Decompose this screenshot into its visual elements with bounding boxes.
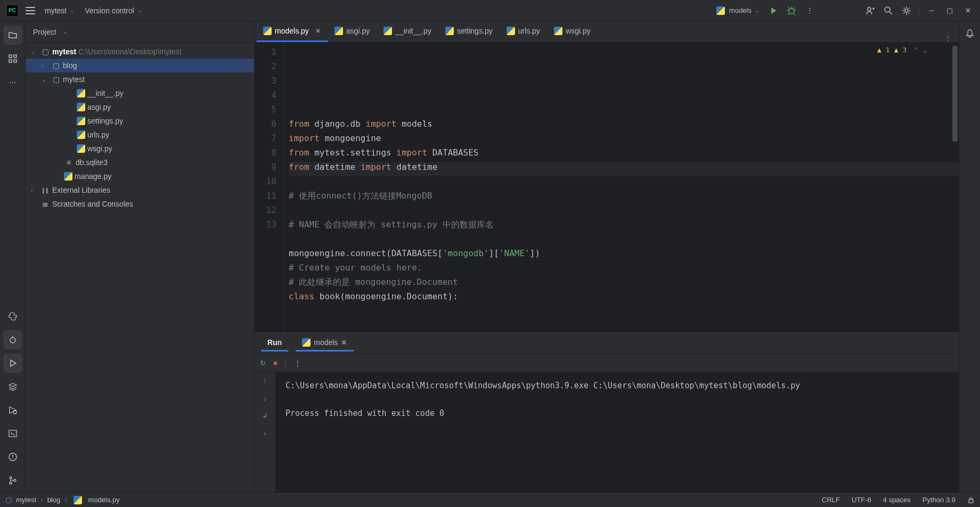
editor-tab[interactable]: asgi.py	[328, 21, 377, 42]
run-config-label: models	[729, 6, 752, 14]
python-console-button[interactable]	[3, 307, 22, 326]
editor-tab[interactable]: wsgi.py	[548, 21, 598, 42]
line-number: 12	[255, 203, 276, 217]
breadcrumb-folder[interactable]: blog	[47, 496, 61, 504]
code-line[interactable]: from mytest.settings import DATABASES	[289, 145, 959, 160]
tree-file-settings[interactable]: settings.py	[26, 114, 254, 128]
tree-folder-mytest[interactable]: ▢ mytest	[26, 72, 254, 86]
structure-tool-button[interactable]	[3, 49, 22, 68]
svg-point-2	[885, 7, 890, 12]
problems-tool-button[interactable]	[3, 447, 22, 467]
console-output[interactable]: C:\Users\mona\AppData\Local\Microsoft\Wi…	[276, 372, 959, 492]
notifications-button[interactable]	[961, 24, 979, 43]
tree-external-libraries[interactable]: ⫿⫿ External Libraries	[26, 183, 254, 197]
console-line: C:\Users\mona\AppData\Local\Microsoft\Wi…	[285, 381, 800, 390]
close-window-button[interactable]: ✕	[959, 2, 977, 20]
folder-icon: ▢	[51, 61, 61, 70]
code-line[interactable]: from django.db import models	[289, 117, 959, 131]
close-icon[interactable]: ✕	[315, 27, 321, 35]
code-line[interactable]: import mongoengine	[289, 131, 959, 145]
code-line[interactable]: # NAME 会自动映射为 settings.py 中的数据库名	[289, 217, 959, 232]
python-icon	[77, 89, 85, 97]
maximize-window-button[interactable]: ▢	[941, 2, 959, 20]
scroll-up-button[interactable]: ↑	[263, 377, 267, 385]
debug-button[interactable]	[782, 2, 801, 20]
tree-scratches[interactable]: ≣ Scratches and Consoles	[26, 197, 254, 211]
code-content[interactable]: from django.db import modelsimport mongo…	[284, 43, 959, 332]
chevron-up-icon[interactable]: ⌃	[914, 46, 918, 54]
line-number: 6	[255, 117, 276, 131]
breadcrumb-separator-icon: ›	[40, 496, 43, 504]
code-line[interactable]: # 此处继承的是 mongoengine.Document	[289, 275, 959, 289]
editor-tabs-menu[interactable]: ⋮	[937, 34, 959, 42]
code-line[interactable]	[289, 232, 959, 246]
tree-item-label: urls.py	[87, 130, 109, 139]
code-line[interactable]: class book(mongoengine.Document):	[289, 289, 959, 304]
close-icon[interactable]: ✕	[341, 338, 347, 347]
breadcrumb-file[interactable]: models.py	[88, 496, 120, 504]
run-tool-button[interactable]	[3, 354, 22, 373]
breadcrumb-project[interactable]: mytest	[16, 496, 36, 504]
tree-file-db[interactable]: ≡ db.sqlite3	[26, 156, 254, 169]
version-control-button[interactable]: Version control ⌄	[79, 4, 147, 17]
run-panel: Run models ✕ ↻ ■ | ⋮ ↑ ↓ ↲ ›	[255, 332, 959, 492]
editor-tab[interactable]: urls.py	[500, 21, 548, 42]
line-number: 1	[255, 45, 276, 59]
rerun-button[interactable]: ↻	[260, 359, 266, 367]
inspection-badges[interactable]: ▲ 1 ▲ 3 ⌃ ⌄	[877, 46, 927, 54]
tree-file-asgi[interactable]: asgi.py	[26, 100, 254, 114]
file-icon: ≡	[64, 158, 74, 167]
indent-selector[interactable]: 4 spaces	[883, 496, 911, 504]
editor-tab[interactable]: __init__.py	[377, 21, 439, 42]
terminal-tool-button[interactable]	[3, 424, 22, 443]
run-button[interactable]	[764, 2, 782, 20]
python-icon	[263, 27, 272, 35]
project-menu-button[interactable]: mytest ⌄	[39, 4, 79, 17]
code-with-me-button[interactable]	[861, 2, 879, 20]
scroll-down-button[interactable]: ↓	[263, 394, 267, 402]
lock-icon[interactable]	[967, 496, 975, 504]
tree-folder-blog[interactable]: ▢ blog	[26, 59, 254, 72]
code-line[interactable]: from datetime import datetime	[289, 160, 959, 174]
tree-file-init[interactable]: __init__.py	[26, 86, 254, 100]
minimize-window-button[interactable]: ─	[922, 2, 941, 20]
layers-tool-button[interactable]	[3, 377, 22, 396]
code-line[interactable]	[289, 174, 959, 189]
local-changes-icon[interactable]: ▢	[5, 496, 12, 504]
tree-file-wsgi[interactable]: wsgi.py	[26, 142, 254, 156]
editor-tab[interactable]: settings.py	[439, 21, 500, 42]
expand-collapse-button[interactable]: ›	[264, 429, 266, 437]
tree-file-manage[interactable]: manage.py	[26, 169, 254, 183]
project-panel-header[interactable]: Project ⌄	[26, 21, 254, 43]
encoding-selector[interactable]: UTF-8	[852, 496, 871, 504]
main-menu-button[interactable]	[21, 2, 39, 20]
tree-root-item[interactable]: ▢ mytest C:\Users\mona\Desktop\mytest	[26, 45, 254, 59]
search-everywhere-button[interactable]	[879, 2, 897, 20]
editor-tab[interactable]: models.py✕	[257, 21, 328, 42]
run-config-button[interactable]: models ⌄	[711, 4, 764, 17]
tree-file-urls[interactable]: urls.py	[26, 128, 254, 142]
code-line[interactable]: # Create your models here.	[289, 260, 959, 275]
more-actions-button[interactable]: ⋮	[801, 2, 819, 20]
services-tool-button[interactable]	[3, 400, 22, 420]
vcs-tool-button[interactable]	[3, 471, 22, 490]
run-config-tab[interactable]: models ✕	[296, 335, 354, 351]
more-tool-windows-button[interactable]: ⋯	[3, 72, 22, 92]
chevron-down-icon[interactable]: ⌄	[922, 46, 927, 54]
tree-item-label: asgi.py	[87, 103, 111, 111]
run-more-actions[interactable]: ⋮	[294, 359, 301, 367]
code-line[interactable]: mongoengine.connect(DATABASES['mongodb']…	[289, 246, 959, 260]
debug-tool-button[interactable]	[3, 330, 22, 349]
code-line[interactable]	[289, 203, 959, 217]
code-editor[interactable]: 12345678910111213 from django.db import …	[255, 43, 959, 332]
line-separator-selector[interactable]: CRLF	[822, 496, 840, 504]
code-line[interactable]: # 使用connect()方法链接MongoDB	[289, 189, 959, 203]
tab-label: __init__.py	[395, 27, 431, 35]
tab-label: asgi.py	[346, 27, 370, 35]
console-line: Process finished with exit code 0	[285, 408, 444, 418]
stop-button[interactable]: ■	[273, 359, 277, 367]
soft-wrap-button[interactable]: ↲	[262, 412, 268, 420]
interpreter-selector[interactable]: Python 3.9	[922, 496, 956, 504]
settings-button[interactable]	[897, 2, 916, 20]
project-tool-button[interactable]	[3, 26, 22, 45]
